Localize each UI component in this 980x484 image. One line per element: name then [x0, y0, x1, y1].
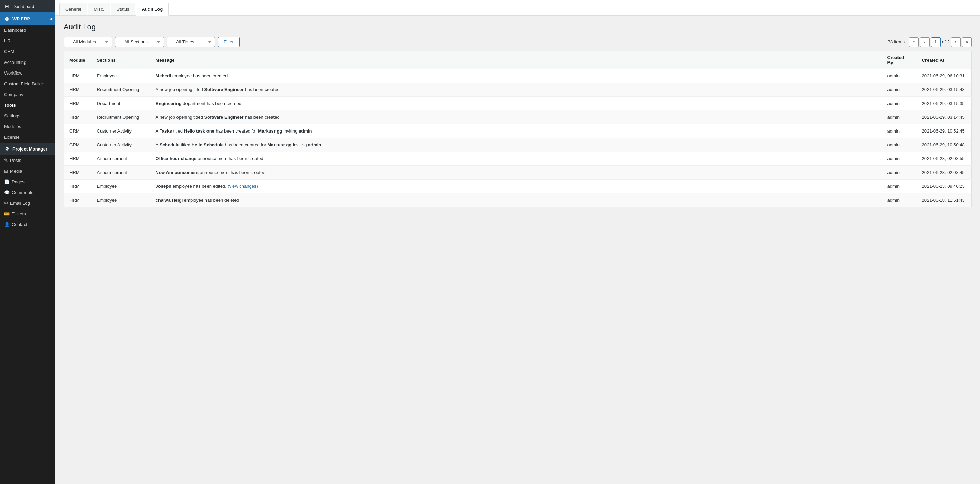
message-bold: chalwa Heigl	[156, 197, 183, 203]
cell-createdby: admin	[882, 138, 916, 152]
cell-createdat: 2021-06-29, 10:52:45	[916, 124, 972, 138]
sidebar-erp-label: WP ERP	[13, 16, 30, 21]
cell-section: Employee	[92, 69, 150, 83]
sidebar: ⊞ Dashboard ◎ WP ERP ◀ Dashboard HR CRM …	[0, 0, 55, 484]
message-bold: Joseph	[156, 184, 172, 189]
tab-general[interactable]: General	[59, 3, 87, 15]
col-header-section: Sections	[92, 51, 150, 69]
sections-filter[interactable]: — All Sections —	[115, 37, 164, 47]
cell-module: HRM	[64, 166, 92, 179]
filter-bar: — All Modules — — All Sections — — All T…	[64, 37, 972, 47]
message-bold: Hello Schedule	[192, 142, 224, 148]
last-page-button[interactable]: »	[962, 37, 972, 47]
message-bold: Schedule	[159, 142, 180, 148]
contact-icon: 👤	[4, 222, 10, 227]
message-bold: Office hour change	[156, 156, 196, 161]
cell-section: Announcement	[92, 166, 150, 179]
cell-createdat: 2021-06-29, 10:50:48	[916, 138, 972, 152]
sidebar-nav-item-custom-field-builder[interactable]: Custom Field Builder	[0, 78, 55, 89]
dashboard-icon: ⊞	[4, 3, 10, 9]
cell-message: Office hour change announcement has been…	[150, 152, 882, 166]
cell-section: Announcement	[92, 152, 150, 166]
cell-createdby: admin	[882, 69, 916, 83]
cell-createdby: admin	[882, 193, 916, 207]
sidebar-nav-item-pages[interactable]: 📄 Pages	[0, 176, 55, 187]
cell-section: Recruitment Opening	[92, 83, 150, 97]
cell-createdat: 2021-06-29, 03:14:45	[916, 111, 972, 124]
media-icon: ⊞	[4, 168, 8, 174]
times-filter[interactable]: — All Times —	[167, 37, 215, 47]
sidebar-dashboard-label: Dashboard	[13, 4, 35, 9]
view-changes-link[interactable]: (view changes)	[228, 184, 258, 189]
message-bold: Engineering	[156, 101, 181, 106]
posts-icon: ✎	[4, 158, 8, 163]
message-bold: Hello task one	[184, 129, 215, 133]
tab-audit-log[interactable]: Audit Log	[136, 3, 169, 16]
cell-createdat: 2021-06-29, 06:10:31	[916, 69, 972, 83]
cell-module: HRM	[64, 111, 92, 124]
sidebar-nav-item-comments[interactable]: 💬 Comments	[0, 187, 55, 198]
message-bold: Software Engineer	[204, 87, 243, 92]
sidebar-nav-item-settings[interactable]: Settings	[0, 111, 55, 121]
sidebar-nav-item-crm[interactable]: CRM	[0, 46, 55, 57]
sidebar-nav-item-hr[interactable]: HR	[0, 36, 55, 46]
current-page-input[interactable]: 1	[931, 37, 941, 47]
modules-filter[interactable]: — All Modules —	[64, 37, 112, 47]
cell-message: Mehedi employee has been created	[150, 69, 882, 83]
sidebar-project-manager[interactable]: ⚙ Project Manager	[0, 143, 55, 155]
of-text: of	[942, 40, 946, 44]
next-page-button[interactable]: ›	[951, 37, 961, 47]
cell-section: Department	[92, 97, 150, 111]
cell-createdat: 2021-06-28, 02:08:45	[916, 166, 972, 179]
sidebar-nav-item-media[interactable]: ⊞ Media	[0, 166, 55, 176]
cell-message: Engineering department has been created	[150, 97, 882, 111]
cell-createdat: 2021-06-29, 03:15:35	[916, 97, 972, 111]
sidebar-nav-item-dashboard[interactable]: Dashboard	[0, 25, 55, 36]
audit-table: Module Sections Message Created By Creat…	[64, 51, 972, 207]
sidebar-nav-item-tools[interactable]: Tools	[0, 100, 55, 111]
sidebar-nav-item-modules[interactable]: Modules	[0, 121, 55, 132]
prev-page-button[interactable]: ‹	[920, 37, 929, 47]
sidebar-nav-item-contact[interactable]: 👤 Contact	[0, 219, 55, 230]
items-count: 38 items	[888, 40, 905, 44]
sidebar-nav-item-company[interactable]: Company	[0, 89, 55, 100]
col-header-message: Message	[150, 51, 882, 69]
cell-module: CRM	[64, 124, 92, 138]
cell-createdat: 2021-06-23, 09:40:23	[916, 179, 972, 193]
sidebar-nav-item-workflow[interactable]: Workflow	[0, 68, 55, 78]
tab-status[interactable]: Status	[111, 3, 135, 15]
cell-createdby: admin	[882, 124, 916, 138]
sidebar-nav-item-tickets[interactable]: 🎫 Tickets	[0, 208, 55, 219]
first-page-button[interactable]: «	[909, 37, 918, 47]
sidebar-nav-item-accounting[interactable]: Accounting	[0, 57, 55, 68]
sidebar-nav-item-email-log[interactable]: ✉ Email Log	[0, 198, 55, 208]
table-row: HRMRecruitment OpeningA new job opening …	[64, 83, 972, 97]
message-bold: admin	[308, 142, 321, 148]
cell-createdby: admin	[882, 97, 916, 111]
cell-createdat: 2021-06-28, 02:08:55	[916, 152, 972, 166]
table-row: HRMDepartmentEngineering department has …	[64, 97, 972, 111]
sidebar-header-dashboard[interactable]: ⊞ Dashboard	[0, 0, 55, 13]
filter-button[interactable]: Filter	[218, 37, 240, 47]
cell-module: HRM	[64, 193, 92, 207]
cell-createdby: admin	[882, 152, 916, 166]
message-bold: admin	[299, 129, 312, 133]
page-title: Audit Log	[64, 22, 972, 32]
erp-icon: ◎	[4, 16, 10, 21]
cell-section: Customer Activity	[92, 124, 150, 138]
tabs-bar: General Misc. Status Audit Log	[55, 0, 980, 16]
sidebar-nav-item-license[interactable]: License	[0, 132, 55, 143]
sidebar-nav-item-posts[interactable]: ✎ Posts	[0, 155, 55, 166]
cell-message: Joseph employee has been edited. (view c…	[150, 179, 882, 193]
cell-section: Employee	[92, 179, 150, 193]
cell-section: Recruitment Opening	[92, 111, 150, 124]
table-row: HRMEmployeeMehedi employee has been crea…	[64, 69, 972, 83]
cell-createdby: admin	[882, 111, 916, 124]
table-row: CRMCustomer ActivityA Tasks titled Hello…	[64, 124, 972, 138]
pages-icon: 📄	[4, 179, 10, 184]
email-log-icon: ✉	[4, 201, 8, 206]
table-header: Module Sections Message Created By Creat…	[64, 51, 972, 69]
pagination-bar: 38 items « ‹ 1 of 2 › »	[888, 37, 972, 47]
sidebar-header-erp[interactable]: ◎ WP ERP ◀	[0, 13, 55, 25]
tab-misc[interactable]: Misc.	[88, 3, 110, 15]
